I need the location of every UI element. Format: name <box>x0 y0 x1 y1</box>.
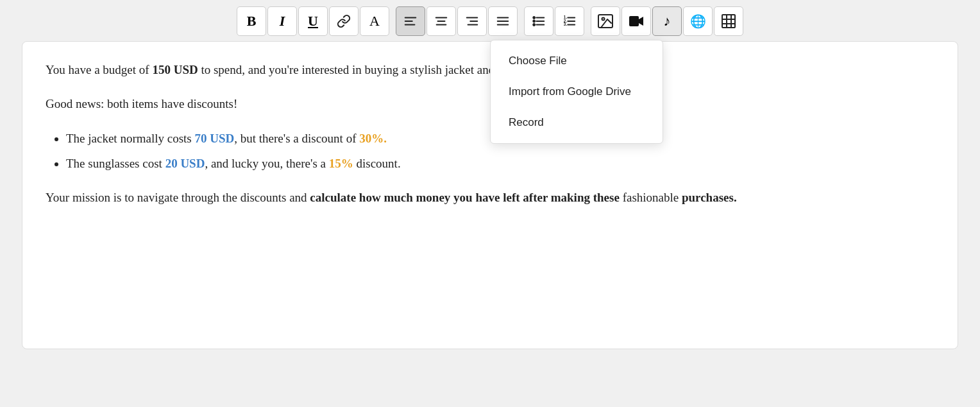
paragraph-3: Your mission is to navigate through the … <box>46 187 934 207</box>
list-group: 1. 2. 3. <box>524 6 584 36</box>
svg-point-14 <box>533 21 535 22</box>
media-dropdown: Choose File Import from Google Drive Rec… <box>490 40 663 144</box>
underline-button[interactable]: U <box>298 6 328 36</box>
choose-file-item[interactable]: Choose File <box>491 46 663 76</box>
link-button[interactable] <box>329 6 359 36</box>
svg-text:3.: 3. <box>564 22 568 26</box>
svg-point-12 <box>533 17 535 19</box>
font-button[interactable]: A <box>360 6 389 36</box>
para1-prefix: You have a budget of <box>46 63 152 76</box>
media-group: ♪ 🌐 <box>591 6 743 36</box>
numbered-list-button[interactable]: 1. 2. 3. <box>555 6 584 36</box>
bullet2-suffix: discount. <box>353 157 401 170</box>
svg-point-25 <box>602 18 605 21</box>
bullet1-prefix: The jacket normally costs <box>66 132 195 145</box>
text-format-group: B I U A <box>237 6 389 36</box>
music-button[interactable]: ♪ <box>652 6 682 36</box>
record-item[interactable]: Record <box>491 107 663 138</box>
bullet2-prefix: The sunglasses cost <box>66 157 165 170</box>
bullet2-blue: 20 USD <box>165 157 205 170</box>
bold-button[interactable]: B <box>237 6 266 36</box>
globe-button[interactable]: 🌐 <box>683 6 713 36</box>
svg-rect-28 <box>722 15 735 28</box>
align-group <box>396 6 518 36</box>
bullet2-mid: , and lucky you, there's a <box>205 157 328 170</box>
import-google-drive-item[interactable]: Import from Google Drive <box>491 76 663 107</box>
para3-bold2: purchases. <box>682 191 737 204</box>
bullet-list-button[interactable] <box>524 6 553 36</box>
bullet1-blue: 70 USD <box>195 132 235 145</box>
table-button[interactable] <box>714 6 743 36</box>
para3-mid: fashionable <box>620 191 682 204</box>
toolbar: B I U A <box>22 6 958 36</box>
align-right-button[interactable] <box>457 6 487 36</box>
para1-bold1: 150 USD <box>152 63 198 76</box>
bullet-item-2: The sunglasses cost 20 USD, and lucky yo… <box>66 153 934 173</box>
video-button[interactable] <box>621 6 651 36</box>
bullet1-orange: 30%. <box>359 132 387 145</box>
svg-rect-26 <box>629 16 639 26</box>
align-center-button[interactable] <box>427 6 456 36</box>
image-button[interactable] <box>591 6 620 36</box>
italic-button[interactable]: I <box>267 6 297 36</box>
svg-point-16 <box>533 24 535 26</box>
para3-bold: calculate how much money you have left a… <box>310 191 620 204</box>
bullet2-orange: 15% <box>329 157 353 170</box>
align-left-button[interactable] <box>396 6 425 36</box>
svg-marker-27 <box>639 17 643 26</box>
bullet1-mid: , but there's a discount of <box>234 132 359 145</box>
align-justify-button[interactable] <box>488 6 518 36</box>
para3-prefix: Your mission is to navigate through the … <box>46 191 310 204</box>
